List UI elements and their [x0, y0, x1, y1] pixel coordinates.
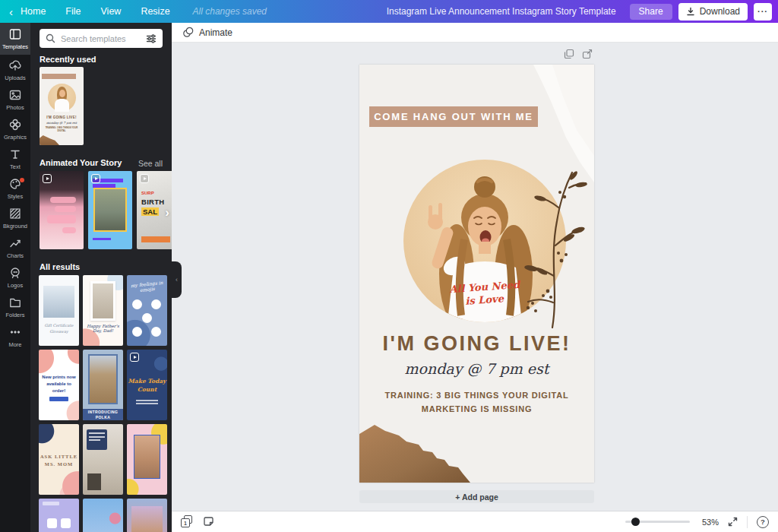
thumb-text: Happy Father's Day, Dad!: [83, 324, 123, 333]
see-all-link[interactable]: See all: [138, 159, 163, 168]
mini-banner: [42, 74, 76, 79]
search-box[interactable]: [40, 29, 163, 48]
animated-section-label: Animated Your Story: [40, 158, 122, 167]
template-thumb-polka-cat[interactable]: INTRODUCING POLKA: [83, 350, 123, 420]
thumb-button: [49, 397, 68, 401]
training-text[interactable]: TRAINING: 3 BIG THINGS YOUR DIGITAL MARK…: [359, 389, 594, 416]
rail-label: Charts: [7, 252, 24, 259]
download-button[interactable]: Download: [678, 3, 748, 21]
back-chevron-icon[interactable]: ‹: [9, 6, 13, 17]
rail-label: Templates: [2, 43, 28, 50]
sidebar-item-styles[interactable]: Styles: [0, 173, 30, 203]
top-menu-bar: ‹ Home File View Resize All changes save…: [0, 0, 778, 23]
template-thumb-gift-certificate[interactable]: Gift Certificate Giveaway: [39, 275, 79, 346]
menu-resize[interactable]: Resize: [141, 6, 169, 17]
template-thumb-feelings-emojis[interactable]: my feelings in emojis: [127, 275, 167, 346]
banner-bar[interactable]: COME HANG OUT WITH ME: [369, 106, 538, 127]
sidebar-item-text[interactable]: Text: [0, 144, 30, 173]
animate-label: Animate: [199, 27, 232, 38]
add-page-button[interactable]: + Add page: [359, 490, 594, 503]
sidebar-item-uploads[interactable]: Uploads: [0, 55, 30, 84]
template-thumb-desk-workspace[interactable]: [83, 424, 123, 495]
sidebar-item-photos[interactable]: Photos: [0, 84, 30, 114]
mini-training: TRAINING: 3 BIG THINGS YOUR DIGITAL: [43, 127, 81, 133]
panel-collapse-tab[interactable]: ‹: [172, 261, 182, 298]
menu-home[interactable]: Home: [21, 6, 46, 17]
document-title[interactable]: Instagram Live Announcement Instagram St…: [387, 6, 616, 17]
template-thumb-woman-with-dog[interactable]: [127, 499, 167, 532]
more-icon: [8, 325, 22, 339]
thumb-text: New prints now available to order!: [39, 374, 79, 394]
context-toolbar: Animate: [172, 23, 778, 43]
duplicate-page-icon[interactable]: [564, 49, 574, 59]
rail-label: Text: [10, 163, 21, 170]
template-thumb-skincare-face[interactable]: [127, 424, 167, 495]
date-text[interactable]: monday @ 7 pm est: [359, 360, 594, 377]
thumb-text: SAL: [141, 207, 159, 216]
rail-label: Graphics: [4, 134, 27, 141]
canvas-area[interactable]: COME HANG OUT WITH ME: [172, 43, 778, 511]
mini-torn-paper: [40, 135, 59, 145]
animate-button[interactable]: Animate: [182, 27, 232, 38]
template-thumb-tabletop[interactable]: TABLETOP: [83, 499, 123, 532]
recently-used-label: Recently used: [40, 55, 96, 64]
templates-icon: [8, 27, 22, 41]
play-icon: [91, 174, 100, 183]
photos-icon: [8, 88, 22, 102]
sidebar-item-logos[interactable]: Logos: [0, 262, 30, 292]
rail-label: Styles: [8, 193, 23, 200]
template-thumb-ask-little-ms-mom[interactable]: ASK LITTLE MS. MOM: [39, 424, 79, 495]
story-page[interactable]: COME HANG OUT WITH ME: [359, 65, 594, 483]
template-thumb-fathers-day[interactable]: Happy Father's Day, Dad!: [83, 275, 123, 346]
divider: [747, 516, 748, 528]
thumb-photo: [43, 286, 74, 318]
folders-icon: [8, 296, 22, 309]
notes-icon[interactable]: [203, 516, 214, 527]
animate-icon: [182, 27, 194, 38]
headline-text[interactable]: I'M GOING LIVE!: [359, 332, 594, 356]
export-page-icon[interactable]: [582, 49, 593, 59]
botanical-branch-graphic[interactable]: [505, 162, 589, 331]
page-actions: [359, 43, 594, 65]
training-line2: MARKETING IS MISSING: [422, 404, 533, 413]
sidebar-item-templates[interactable]: Templates: [0, 23, 30, 55]
template-thumb-make-today-count[interactable]: Make Today Count: [127, 350, 167, 420]
notification-dot: [20, 178, 24, 182]
sidebar-item-folders[interactable]: Folders: [0, 292, 30, 321]
help-button[interactable]: ?: [757, 516, 769, 528]
share-button[interactable]: Share: [630, 4, 672, 20]
menu-file[interactable]: File: [65, 6, 81, 17]
recently-used-template-thumb[interactable]: I'M GOING LIVE! monday @ 7 pm est TRAINI…: [40, 67, 84, 145]
more-options-button[interactable]: ···: [754, 3, 772, 21]
animated-thumb-pink-chat[interactable]: [40, 171, 84, 249]
uploads-icon: [8, 59, 22, 72]
thumb-photo: [90, 281, 115, 321]
template-thumb-icon-grid[interactable]: [39, 499, 79, 532]
template-thumb-new-prints[interactable]: New prints now available to order!: [39, 350, 79, 420]
sidebar-item-graphics[interactable]: Graphics: [0, 114, 30, 144]
pages-overview-icon[interactable]: 1: [181, 515, 194, 528]
thumb-text: my feelings in emojis: [127, 279, 167, 293]
thumb-button: [141, 236, 170, 242]
zoom-slider[interactable]: [625, 521, 690, 523]
sidebar-item-more[interactable]: More: [0, 321, 30, 351]
download-icon: [686, 7, 695, 16]
search-input[interactable]: [61, 34, 141, 43]
filter-icon[interactable]: [146, 33, 157, 44]
torn-paper-graphic[interactable]: [359, 423, 470, 483]
fullscreen-icon[interactable]: [728, 517, 738, 527]
sidebar-item-charts[interactable]: Charts: [0, 233, 30, 262]
mini-headline: I'M GOING LIVE!: [40, 116, 84, 119]
menu-view[interactable]: View: [101, 6, 122, 17]
thumb-photo: [131, 506, 163, 532]
graphics-icon: [8, 118, 22, 131]
logos-icon: [8, 266, 22, 280]
scroll-right-arrow[interactable]: ›: [165, 205, 169, 220]
results-grid: Gift Certificate Giveaway Happy Father's…: [39, 275, 167, 532]
zoom-slider-thumb[interactable]: [631, 518, 640, 526]
thumb-photo: [87, 473, 101, 490]
sidebar-item-background[interactable]: Bkground: [0, 203, 30, 233]
background-icon: [8, 207, 22, 220]
thumb-photo: [93, 188, 127, 232]
animated-thumb-blue-photo[interactable]: [88, 171, 132, 249]
